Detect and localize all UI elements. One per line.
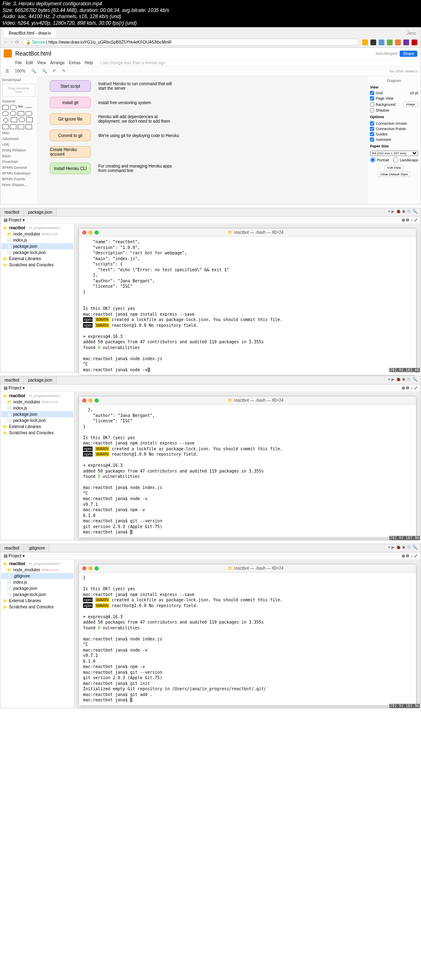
- breadcrumb[interactable]: reactbot: [0, 208, 24, 216]
- project-tools[interactable]: ⊕ ⚙ ↓ ⤢: [402, 218, 417, 222]
- ext-icon[interactable]: [412, 40, 417, 45]
- project-dropdown[interactable]: ▤ Project ▾: [4, 554, 25, 558]
- ext-icon[interactable]: [370, 40, 376, 45]
- tree-section[interactable]: External Libraries: [1, 598, 73, 604]
- breadcrumb-tabs: reactbot package.json ▾ ▶ 🐞 ⏹ ⚙ 🔍: [0, 376, 421, 384]
- video-info-overlay: File: 3. Heroku deployment configuration…: [0, 0, 421, 27]
- breadcrumb-tabs: reactbot package.json ▾ ▶ 🐞 ⏹ ⚙ 🔍: [0, 208, 421, 216]
- run-controls[interactable]: ▾ ▶ 🐞 ⏹ ⚙ 🔍: [385, 208, 421, 216]
- close-icon[interactable]: [82, 566, 86, 570]
- maximize-icon[interactable]: [95, 230, 99, 235]
- tree-file[interactable]: index.js: [1, 237, 73, 243]
- tree-file[interactable]: index.js: [1, 405, 73, 411]
- tree-section[interactable]: External Libraries: [1, 256, 73, 262]
- terminal-output[interactable]: "name": "reactbot", "version": "1.0.0", …: [79, 237, 416, 375]
- flow-node[interactable]: Install Heroku CLI: [50, 163, 91, 174]
- tree-section[interactable]: External Libraries: [1, 424, 73, 430]
- terminal-output[interactable]: }, "author": "Jana Bergant", "license": …: [79, 405, 416, 538]
- flow-desc: For creating and managing Heroku apps fr…: [98, 164, 180, 173]
- ide-panel: reactbot .gitignore ▾ ▶ 🐞 ⏹ ⚙ 🔍 ▤ Projec…: [0, 544, 421, 708]
- tree-file[interactable]: package-lock.json: [1, 591, 73, 598]
- close-icon[interactable]: [82, 398, 86, 403]
- browser-user: Jana: [405, 29, 417, 37]
- tree-section[interactable]: Scratches and Consoles: [1, 604, 73, 610]
- terminal-window[interactable]: 📁 reactbot — -bash — 80×24 }, "author": …: [79, 396, 416, 538]
- terminal-window[interactable]: 📁 reactbot — -bash — 80×24 "name": "reac…: [79, 228, 416, 375]
- cursor: [130, 698, 132, 702]
- project-tree[interactable]: reactbot ~/in_progress/reactbot node_mod…: [0, 560, 74, 708]
- panel-drawio: ReactBot.html - draw.io Jana ← → ⟳ 🔒 Sec…: [0, 27, 421, 205]
- url-bar[interactable]: 🔒 Secure | https://www.draw.io/#G1iu_uGR…: [22, 39, 359, 46]
- share-button[interactable]: Share: [400, 51, 417, 57]
- breadcrumb[interactable]: .gitignore: [24, 544, 49, 552]
- tree-file[interactable]: package-lock.json: [1, 417, 73, 424]
- project-dropdown[interactable]: ▤ Project ▾: [4, 218, 25, 222]
- breadcrumb[interactable]: package.json: [24, 208, 57, 216]
- format-panel[interactable]: Diagram View Grid10 pt Page View Backgro…: [367, 76, 421, 204]
- maximize-icon[interactable]: [95, 566, 99, 570]
- shapes-panel[interactable]: Scratchpad Drag elements here General Te…: [0, 76, 37, 204]
- project-dropdown[interactable]: ▤ Project ▾: [4, 386, 25, 390]
- timestamp: 292.93.183.96: [389, 704, 420, 708]
- minimize-icon[interactable]: [88, 230, 93, 235]
- tree-folder[interactable]: node_modules library root: [1, 231, 73, 237]
- project-tree[interactable]: reactbot ~/in_progress/reactbot node_mod…: [0, 224, 74, 372]
- tree-root[interactable]: reactbot ~/in_progress/reactbot: [1, 561, 73, 567]
- minimize-icon[interactable]: [88, 398, 93, 403]
- flow-node[interactable]: Commit to git: [50, 130, 91, 141]
- browser-nav[interactable]: ← → ⟳: [4, 40, 19, 45]
- flow-node[interactable]: Start script: [50, 80, 91, 92]
- timestamp: 292.93.183.48: [389, 368, 420, 372]
- tree-root[interactable]: reactbot ~/in_progress/reactbot: [1, 393, 73, 399]
- ide-panel: reactbot package.json ▾ ▶ 🐞 ⏹ ⚙ 🔍 ▤ Proj…: [0, 208, 421, 372]
- browser-tab[interactable]: ReactBot.html - draw.io: [4, 29, 56, 37]
- flow-desc: install free versioning system: [98, 100, 151, 105]
- flow-desc: Heroku will add dependencies at deployme…: [98, 114, 180, 123]
- editor-area: 📁 reactbot — -bash — 80×24 }, "author": …: [74, 392, 421, 540]
- breadcrumb[interactable]: reactbot: [0, 544, 24, 552]
- tree-folder[interactable]: node_modules library root: [1, 567, 73, 573]
- breadcrumb[interactable]: package.json: [24, 376, 57, 384]
- minimize-icon[interactable]: [88, 566, 93, 570]
- tree-file[interactable]: package-lock.json: [1, 249, 73, 256]
- maximize-icon[interactable]: [95, 398, 99, 403]
- close-icon[interactable]: [82, 230, 86, 235]
- tree-file[interactable]: package.json: [1, 585, 73, 591]
- tree-file[interactable]: package.json: [1, 243, 73, 249]
- run-controls[interactable]: ▾ ▶ 🐞 ⏹ ⚙ 🔍: [385, 376, 421, 384]
- ext-icon[interactable]: [362, 40, 368, 45]
- tree-folder[interactable]: node_modules library root: [1, 399, 73, 405]
- breadcrumb-tabs: reactbot .gitignore ▾ ▶ 🐞 ⏹ ⚙ 🔍: [0, 544, 421, 552]
- ext-icon[interactable]: [395, 40, 401, 45]
- run-controls[interactable]: ▾ ▶ 🐞 ⏹ ⚙ 🔍: [385, 544, 421, 552]
- toolbar[interactable]: ☰100%🔍🔍 ↶↷ No other viewers: [0, 66, 421, 76]
- tree-section[interactable]: Scratches and Consoles: [1, 262, 73, 268]
- tree-file[interactable]: index.js: [1, 579, 73, 585]
- timestamp: 292.93.183.90: [389, 536, 420, 540]
- terminal-output[interactable]: } Is this OK? (yes) yes mac:reactbot jan…: [79, 573, 416, 705]
- project-tree[interactable]: reactbot ~/in_progress/reactbot node_mod…: [0, 392, 74, 540]
- ext-icon[interactable]: [403, 40, 409, 45]
- tree-section[interactable]: Scratches and Consoles: [1, 430, 73, 436]
- terminal-window[interactable]: 📁 reactbot — -bash — 80×24 } Is this OK?…: [79, 564, 416, 706]
- ext-icon[interactable]: [379, 40, 384, 45]
- flow-node[interactable]: Git ignore file: [50, 113, 91, 125]
- cursor: [148, 368, 150, 372]
- terminal-title: 📁 reactbot — -bash — 80×24: [99, 566, 413, 570]
- flow-node[interactable]: install git: [50, 97, 91, 108]
- ext-icon[interactable]: [387, 40, 393, 45]
- breadcrumb[interactable]: reactbot: [0, 376, 24, 384]
- doc-title[interactable]: ReactBot.html: [15, 50, 51, 57]
- flow-node[interactable]: Create Heroku account: [50, 146, 91, 158]
- tree-file[interactable]: .gitignore: [1, 573, 73, 579]
- canvas[interactable]: Start scriptInstruct Heroku to run comma…: [37, 76, 367, 204]
- tree-root[interactable]: reactbot ~/in_progress/reactbot: [1, 225, 73, 231]
- browser-chrome: ReactBot.html - draw.io Jana ← → ⟳ 🔒 Sec…: [0, 28, 421, 48]
- project-tools[interactable]: ⊕ ⚙ ↓ ⤢: [402, 386, 417, 390]
- project-tools[interactable]: ⊕ ⚙ ↓ ⤢: [402, 554, 417, 558]
- terminal-title: 📁 reactbot — -bash — 80×24: [99, 230, 413, 235]
- flow-desc: Instruct Heroku to run command that will…: [98, 81, 180, 91]
- tree-file[interactable]: package.json: [1, 411, 73, 417]
- menu-bar[interactable]: FileEditViewArrangeExtrasHelp Last chang…: [0, 60, 421, 66]
- editor-area: 📁 reactbot — -bash — 80×24 "name": "reac…: [74, 224, 421, 372]
